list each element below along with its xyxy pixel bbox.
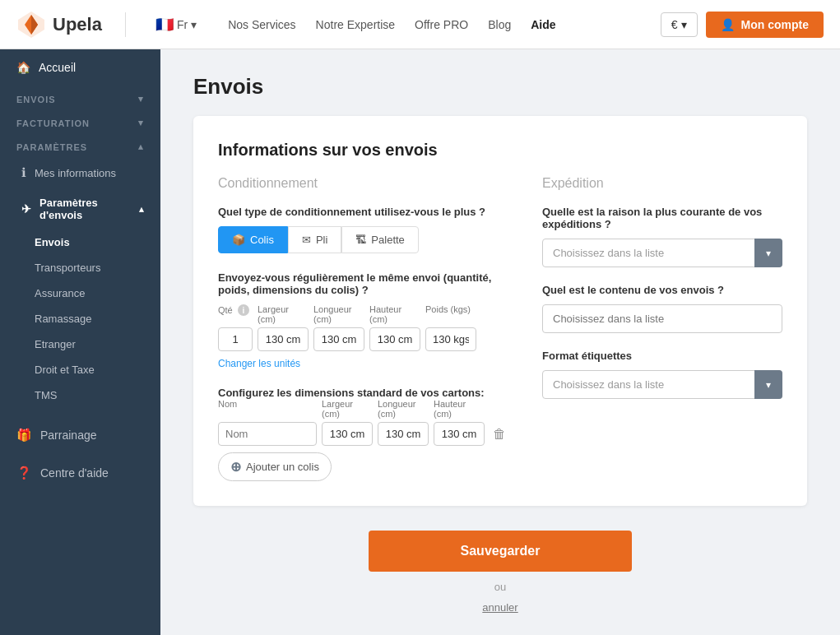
col-largeur2-header: Largeur (cm): [322, 399, 373, 419]
save-button[interactable]: Sauvegarder: [369, 531, 632, 572]
col-largeur-header: Largeur (cm): [258, 304, 309, 324]
config-nom-input[interactable]: [218, 422, 317, 446]
cancel-link[interactable]: annuler: [193, 601, 807, 614]
delete-row-button[interactable]: 🗑: [490, 424, 509, 445]
hauteur-input[interactable]: [369, 327, 420, 351]
ou-text: ou: [494, 581, 506, 593]
header: Upela 🇫🇷 Fr ▾ Nos Services Notre Experti…: [0, 0, 840, 49]
chevron-down-icon: ▾: [191, 18, 197, 31]
dim-row: [218, 327, 509, 351]
centre-aide-label: Centre d'aide: [40, 466, 109, 480]
two-col-layout: Conditionnement Quel type de conditionne…: [218, 176, 782, 481]
lang-label: Fr: [177, 18, 188, 31]
poids-input[interactable]: [425, 327, 476, 351]
nav-offre-pro[interactable]: Offre PRO: [415, 18, 468, 31]
gift-icon: 🎁: [16, 428, 32, 443]
format-select[interactable]: Choisissez dans la liste: [542, 370, 782, 399]
format-label: Format étiquettes: [542, 350, 782, 362]
type-pli-btn[interactable]: ✉ Pli: [288, 226, 341, 253]
config-longueur-input[interactable]: [378, 422, 429, 446]
contenu-input[interactable]: [542, 304, 782, 333]
add-colis-button[interactable]: ⊕ Ajouter un colis: [218, 452, 332, 481]
currency-chevron-icon: ▾: [681, 18, 687, 31]
currency-button[interactable]: € ▾: [661, 12, 698, 37]
layout: 🏠 Accueil ENVOIS ▾ FACTURATION ▾ PARAMÈT…: [0, 49, 840, 635]
sidebar-item-centre-aide[interactable]: ❓ Centre d'aide: [0, 454, 160, 492]
chevron-down-icon: ▾: [138, 94, 144, 104]
sidebar-sub-assurance[interactable]: Assurance: [0, 280, 160, 306]
dim-headers: Qté i Largeur (cm) Longueur (cm) Hauteur…: [218, 304, 509, 324]
sidebar-sub-transporteurs[interactable]: Transporteurs: [0, 255, 160, 280]
largeur-input[interactable]: [258, 327, 309, 351]
parametres-section-label: PARAMÈTRES: [16, 142, 87, 152]
user-icon: 👤: [721, 18, 735, 31]
chevron-up-icon: ▴: [138, 141, 144, 152]
sidebar-sub-envois[interactable]: Envois: [0, 229, 160, 255]
page-title: Envois: [193, 74, 807, 100]
sidebar-section-envois[interactable]: ENVOIS ▾: [0, 86, 160, 109]
sidebar-accueil-label: Accueil: [39, 61, 76, 74]
raison-select[interactable]: Choisissez dans la liste: [542, 239, 782, 267]
parametres-envois-label: Paramètres d'envois: [39, 197, 131, 221]
sidebar-sub-etranger[interactable]: Etranger: [0, 331, 160, 357]
logo-text: Upela: [53, 14, 102, 35]
qte-input[interactable]: [218, 327, 253, 351]
sidebar-section-facturation[interactable]: FACTURATION ▾: [0, 109, 160, 133]
raison-select-wrapper: Choisissez dans la liste ▾: [542, 239, 782, 267]
account-button[interactable]: 👤 Mon compte: [706, 12, 824, 38]
sidebar-sub-droit-taxe[interactable]: Droit et Taxe: [0, 357, 160, 382]
config-largeur-input[interactable]: [322, 422, 373, 446]
sidebar-item-parrainage[interactable]: 🎁 Parrainage: [0, 416, 160, 454]
qte-info-icon[interactable]: i: [238, 304, 249, 316]
nav-aide[interactable]: Aide: [531, 18, 555, 31]
type-question-label: Quel type de conditionnement utilisez-vo…: [218, 206, 509, 218]
logo-icon: [16, 10, 46, 39]
sidebar-item-accueil[interactable]: 🏠 Accueil: [0, 49, 160, 86]
colis-label: Colis: [250, 234, 274, 246]
nav-expertise[interactable]: Notre Expertise: [316, 18, 395, 31]
add-colis-label: Ajouter un colis: [246, 461, 319, 473]
facturation-section-label: FACTURATION: [16, 118, 90, 128]
nav-links: Nos Services Notre Expertise Offre PRO B…: [228, 18, 644, 31]
col-nom-header: Nom: [218, 399, 317, 419]
pli-icon: ✉: [302, 234, 311, 246]
sidebar: 🏠 Accueil ENVOIS ▾ FACTURATION ▾ PARAMÈT…: [0, 49, 160, 635]
home-icon: 🏠: [16, 61, 30, 74]
palette-icon: 🏗: [355, 234, 366, 246]
logo[interactable]: Upela: [16, 10, 102, 39]
config-hauteur-input[interactable]: [434, 422, 485, 446]
changer-unites-link[interactable]: Changer les unités: [218, 358, 509, 369]
type-selector: 📦 Colis ✉ Pli 🏗 Palette: [218, 226, 509, 253]
longueur-input[interactable]: [313, 327, 364, 351]
chevron-down-icon: ▾: [138, 118, 144, 128]
col-hauteur2-header: Hauteur (cm): [434, 399, 485, 419]
conditioning-section: Conditionnement Quel type de conditionne…: [218, 176, 509, 481]
mes-informations-label: Mes informations: [35, 167, 116, 179]
sidebar-item-parametres-envois[interactable]: ✈ Paramètres d'envois ▴: [0, 188, 160, 229]
expedition-section: Expédition Quelle est la raison la plus …: [542, 176, 782, 481]
sidebar-item-mes-informations[interactable]: ℹ Mes informations: [0, 157, 160, 188]
expedition-section-title: Expédition: [542, 176, 782, 191]
sidebar-section-parametres[interactable]: PARAMÈTRES ▴: [0, 133, 160, 157]
contenu-question-label: Quel est le contenu de vos envois ?: [542, 284, 782, 296]
currency-label: €: [671, 18, 678, 31]
config-label: Configurez les dimensions standard de vo…: [218, 387, 485, 399]
account-label: Mon compte: [741, 18, 809, 31]
nav-services[interactable]: Nos Services: [228, 18, 295, 31]
sidebar-sub-ramassage[interactable]: Ramassage: [0, 306, 160, 331]
save-section: Sauvegarder ou annuler: [193, 522, 807, 630]
type-palette-btn[interactable]: 🏗 Palette: [341, 226, 418, 253]
sidebar-sub-tms[interactable]: TMS: [0, 382, 160, 408]
send-icon: ✈: [21, 202, 31, 216]
colis-icon: 📦: [232, 234, 245, 246]
config-row: 🗑: [218, 422, 509, 446]
conditioning-section-title: Conditionnement: [218, 176, 509, 191]
lang-selector[interactable]: 🇫🇷 Fr ▾: [149, 12, 203, 37]
plus-icon: ⊕: [230, 459, 241, 475]
nav-blog[interactable]: Blog: [488, 18, 511, 31]
col-qte-header: Qté i: [218, 304, 253, 324]
col-longueur2-header: Longueur (cm): [378, 399, 429, 419]
info-icon: ℹ: [21, 165, 26, 180]
palette-label: Palette: [371, 234, 404, 246]
type-colis-btn[interactable]: 📦 Colis: [218, 226, 288, 253]
